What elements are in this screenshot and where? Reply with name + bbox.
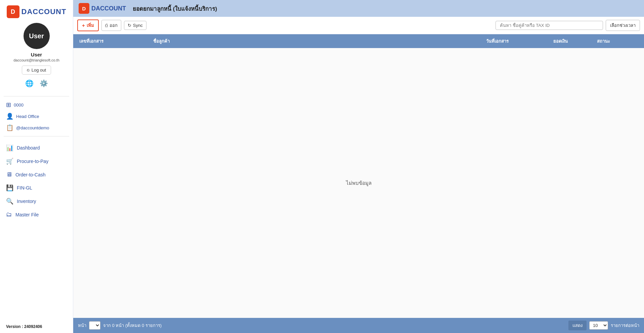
page-title: ยอดยกมาลูกหนี้ (ใบแจ้งหนี้บริการ) xyxy=(133,4,217,13)
avatar: User xyxy=(24,23,50,49)
page-from-label: จาก 0 หน้า (ทั้งหมด 0 รายการ) xyxy=(103,322,162,329)
topbar-logo-icon: D xyxy=(79,3,89,14)
export-icon: ⎙ xyxy=(105,23,108,28)
add-label: เพิ่ม xyxy=(87,22,94,29)
sidebar-username: User xyxy=(31,52,42,57)
sidebar-item-fingl[interactable]: 💾 FIN-GL xyxy=(0,181,73,195)
col-date: วันที่เอกสาร xyxy=(485,37,552,45)
demo-label: @daccountdemo xyxy=(16,125,49,130)
sidebar-item-label: Dashboard xyxy=(17,145,40,151)
branch-label: 0000 xyxy=(14,102,24,108)
date-range-button[interactable]: เลือกช่วงเวลา xyxy=(606,20,640,31)
sidebar-logo-text: DACCOUNT xyxy=(22,7,67,16)
date-range-label: เลือกช่วงเวลา xyxy=(610,23,636,28)
masterfile-icon: 🗂 xyxy=(6,211,12,218)
sidebar-branch-row: ⊞ 0000 xyxy=(0,99,73,111)
page-select[interactable] xyxy=(89,321,100,330)
order-icon: 🖥 xyxy=(6,171,12,178)
sidebar-item-label: Procure-to-Pay xyxy=(17,159,48,164)
sidebar-item-label: Order-to-Cash xyxy=(15,172,45,177)
display-label: แสดง xyxy=(572,323,583,328)
sync-icon: ↻ xyxy=(128,23,131,28)
sidebar-item-inventory[interactable]: 🔍 Inventory xyxy=(0,195,73,208)
add-button[interactable]: + เพิ่ม xyxy=(77,19,99,31)
export-label: ออก xyxy=(110,22,118,29)
logout-button[interactable]: ⎋ Log out xyxy=(22,66,51,75)
table-header: เลขที่เอกสาร ชื่อลูกค้า วันที่เอกสาร ยอด… xyxy=(73,34,644,48)
search-input[interactable] xyxy=(496,21,603,30)
sidebar-icon-row: 🌐 ⚙️ xyxy=(25,79,48,87)
sidebar-item-masterfile[interactable]: 🗂 Master File xyxy=(0,208,73,221)
per-page-select[interactable]: 10 20 50 100 xyxy=(589,321,608,330)
table-container: เลขที่เอกสาร ชื่อลูกค้า วันที่เอกสาร ยอด… xyxy=(73,34,644,333)
office-label: Head Office xyxy=(16,114,39,119)
sidebar-demo-row: 📋 @daccountdemo xyxy=(0,122,73,133)
version-label: Version : 24092406 xyxy=(0,320,73,333)
col-status: สถานะ xyxy=(596,37,639,45)
sidebar-logo-icon: D xyxy=(7,5,19,18)
logout-label: Log out xyxy=(32,68,46,73)
main-content: D DACCOUNT ยอดยกมาลูกหนี้ (ใบแจ้งหนี้บริ… xyxy=(73,0,644,333)
sidebar-item-order[interactable]: 🖥 Order-to-Cash xyxy=(0,168,73,181)
sync-button[interactable]: ↻ Sync xyxy=(124,21,146,30)
topbar: D DACCOUNT ยอดยกมาลูกหนี้ (ใบแจ้งหนี้บริ… xyxy=(73,0,644,17)
topbar-logo-text: DACCOUNT xyxy=(91,5,126,12)
sidebar-item-label: Inventory xyxy=(17,199,36,204)
col-customer: ชื่อลูกค้า xyxy=(152,37,485,45)
table-body: ไม่พบข้อมูล xyxy=(73,48,644,318)
export-button[interactable]: ⎙ ออก xyxy=(101,20,121,31)
sidebar-item-dashboard[interactable]: 📊 Dashboard xyxy=(0,141,73,155)
topbar-logo: D DACCOUNT xyxy=(79,3,126,14)
demo-icon: 📋 xyxy=(6,124,13,131)
gear-icon[interactable]: ⚙️ xyxy=(40,79,48,87)
sidebar-nav: 📊 Dashboard 🛒 Procure-to-Pay 🖥 Order-to-… xyxy=(0,141,73,221)
col-docnum: เลขที่เอกสาร xyxy=(78,37,152,45)
inventory-icon: 🔍 xyxy=(6,198,13,205)
sync-label: Sync xyxy=(133,23,143,28)
pagination: หน้า จาก 0 หน้า (ทั้งหมด 0 รายการ) แสดง … xyxy=(73,318,644,333)
sidebar-office-row: 👤 Head Office xyxy=(0,111,73,122)
fingl-icon: 💾 xyxy=(6,184,13,192)
dashboard-icon: 📊 xyxy=(6,144,13,152)
sidebar-email: daccount@trianglesoft.co.th xyxy=(11,58,61,62)
plus-icon: + xyxy=(82,23,85,28)
office-icon: 👤 xyxy=(6,113,13,120)
display-button[interactable]: แสดง xyxy=(568,321,587,330)
sidebar-item-label: FIN-GL xyxy=(17,185,32,191)
sidebar-item-label: Master File xyxy=(15,212,39,217)
procure-icon: 🛒 xyxy=(6,158,13,165)
branch-icon: ⊞ xyxy=(6,101,11,109)
logout-icon: ⎋ xyxy=(27,68,30,73)
sidebar: D DACCOUNT User User daccount@triangleso… xyxy=(0,0,73,333)
page-label: หน้า xyxy=(78,322,86,329)
toolbar: + เพิ่ม ⎙ ออก ↻ Sync เลือกช่วงเวลา xyxy=(73,17,644,34)
col-amount: ยอดเงิน xyxy=(552,37,596,45)
sidebar-logo: D DACCOUNT xyxy=(7,5,67,18)
globe-icon[interactable]: 🌐 xyxy=(25,79,34,87)
empty-message: ไม่พบข้อมูล xyxy=(346,179,372,187)
sidebar-item-procure[interactable]: 🛒 Procure-to-Pay xyxy=(0,155,73,168)
per-page-label: รายการต่อหน้า xyxy=(611,322,639,329)
